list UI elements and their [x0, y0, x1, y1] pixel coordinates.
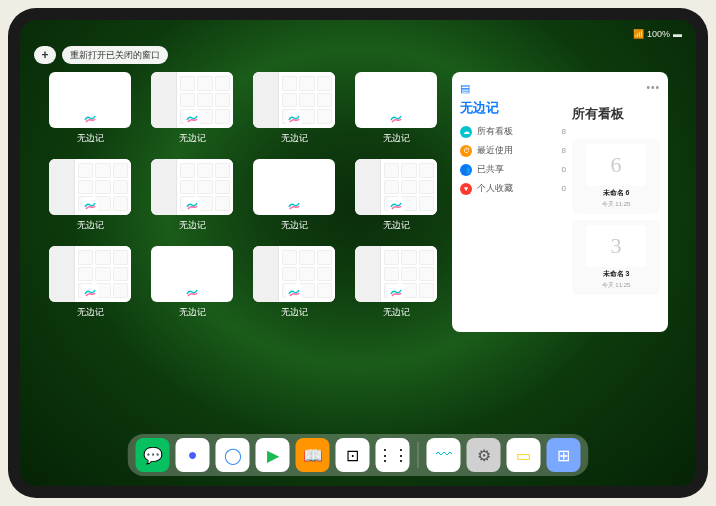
- window-thumb[interactable]: 无边记: [252, 72, 336, 145]
- more-icon[interactable]: •••: [646, 82, 660, 93]
- window-label: 无边记: [179, 219, 206, 232]
- window-thumb[interactable]: 无边记: [354, 159, 438, 232]
- dock-app-app6[interactable]: ⊡: [336, 438, 370, 472]
- window-label: 无边记: [281, 219, 308, 232]
- new-window-button[interactable]: +: [34, 46, 56, 64]
- dock-separator: [418, 442, 419, 468]
- category-icon: 👥: [460, 164, 472, 176]
- freeform-icon: [388, 284, 404, 300]
- dock-app-freeform[interactable]: 〰: [427, 438, 461, 472]
- window-thumb[interactable]: 无边记: [150, 72, 234, 145]
- window-grid: 无边记无边记无边记无边记无边记无边记无边记无边记无边记无边记无边记无边记: [48, 72, 438, 428]
- category-icon: ⏱: [460, 145, 472, 157]
- top-controls: + 重新打开已关闭的窗口: [34, 46, 168, 64]
- category-count: 0: [562, 184, 566, 193]
- dock-app-browser[interactable]: ◯: [216, 438, 250, 472]
- battery-icon: ▬: [673, 29, 682, 39]
- dock-app-recent[interactable]: ⊞: [547, 438, 581, 472]
- window-thumb[interactable]: 无边记: [48, 72, 132, 145]
- board-name: 未命名 3: [603, 269, 630, 279]
- dock-app-wechat[interactable]: 💬: [136, 438, 170, 472]
- window-label: 无边记: [281, 306, 308, 319]
- battery-text: 100%: [647, 29, 670, 39]
- window-label: 无边记: [383, 306, 410, 319]
- dock-app-books[interactable]: 📖: [296, 438, 330, 472]
- category-label: 最近使用: [477, 144, 557, 157]
- window-label: 无边记: [77, 219, 104, 232]
- freeform-icon: [82, 284, 98, 300]
- category-row[interactable]: ☁所有看板8: [460, 125, 566, 138]
- freeform-icon: [388, 110, 404, 126]
- category-count: 8: [562, 146, 566, 155]
- board-date: 今天 11:25: [602, 281, 631, 290]
- window-label: 无边记: [383, 132, 410, 145]
- dock-app-settings[interactable]: ⚙: [467, 438, 501, 472]
- category-count: 8: [562, 127, 566, 136]
- content-area: 无边记无边记无边记无边记无边记无边记无边记无边记无边记无边记无边记无边记 ▤ 无…: [48, 72, 668, 428]
- freeform-icon: [184, 284, 200, 300]
- freeform-icon: [286, 197, 302, 213]
- board-name: 未命名 6: [603, 188, 630, 198]
- board-sketch: 6: [586, 144, 646, 186]
- category-count: 0: [562, 165, 566, 174]
- dock-app-app7[interactable]: ⋮⋮: [376, 438, 410, 472]
- screen: 📶 100% ▬ + 重新打开已关闭的窗口 无边记无边记无边记无边记无边记无边记…: [20, 20, 696, 486]
- panel-right-title: 所有看板: [572, 105, 660, 123]
- status-right: 📶 100% ▬: [633, 29, 682, 39]
- board-sketch: 3: [586, 225, 646, 267]
- dock: 💬●◯▶📖⊡⋮⋮〰⚙▭⊞: [128, 434, 589, 476]
- board-card[interactable]: 3未命名 3今天 11:25: [572, 220, 660, 295]
- category-icon: ♥: [460, 183, 472, 195]
- category-list: ☁所有看板8⏱最近使用8👥已共享0♥个人收藏0: [460, 125, 566, 195]
- window-thumb[interactable]: 无边记: [354, 72, 438, 145]
- window-label: 无边记: [281, 132, 308, 145]
- window-label: 无边记: [383, 219, 410, 232]
- board-card[interactable]: 6未命名 6今天 11:25: [572, 139, 660, 214]
- side-panel: ▤ 无边记 ☁所有看板8⏱最近使用8👥已共享0♥个人收藏0 ••• 所有看板 6…: [452, 72, 668, 332]
- status-bar: 📶 100% ▬: [20, 26, 696, 42]
- panel-left-title: 无边记: [460, 99, 566, 117]
- panel-right: ••• 所有看板 6未命名 6今天 11:253未命名 3今天 11:25: [572, 82, 660, 322]
- window-thumb[interactable]: 无边记: [48, 159, 132, 232]
- boards-list: 6未命名 6今天 11:253未命名 3今天 11:25: [572, 139, 660, 295]
- category-row[interactable]: ♥个人收藏0: [460, 182, 566, 195]
- window-thumb[interactable]: 无边记: [252, 246, 336, 319]
- reopen-closed-window-button[interactable]: 重新打开已关闭的窗口: [62, 46, 168, 64]
- window-thumb[interactable]: 无边记: [48, 246, 132, 319]
- category-label: 已共享: [477, 163, 557, 176]
- freeform-icon: [82, 110, 98, 126]
- sidebar-icon[interactable]: ▤: [460, 82, 470, 95]
- board-date: 今天 11:25: [602, 200, 631, 209]
- category-label: 所有看板: [477, 125, 557, 138]
- freeform-icon: [184, 197, 200, 213]
- freeform-icon: [82, 197, 98, 213]
- dock-app-notes[interactable]: ▭: [507, 438, 541, 472]
- window-label: 无边记: [179, 132, 206, 145]
- category-row[interactable]: ⏱最近使用8: [460, 144, 566, 157]
- window-thumb[interactable]: 无边记: [150, 159, 234, 232]
- window-thumb[interactable]: 无边记: [354, 246, 438, 319]
- window-label: 无边记: [77, 306, 104, 319]
- panel-left: ▤ 无边记 ☁所有看板8⏱最近使用8👥已共享0♥个人收藏0: [460, 82, 566, 322]
- category-label: 个人收藏: [477, 182, 557, 195]
- ipad-frame: 📶 100% ▬ + 重新打开已关闭的窗口 无边记无边记无边记无边记无边记无边记…: [8, 8, 708, 498]
- dock-app-quark[interactable]: ●: [176, 438, 210, 472]
- signal-icon: 📶: [633, 29, 644, 39]
- freeform-icon: [184, 110, 200, 126]
- freeform-icon: [286, 110, 302, 126]
- dock-app-app4[interactable]: ▶: [256, 438, 290, 472]
- window-thumb[interactable]: 无边记: [252, 159, 336, 232]
- category-icon: ☁: [460, 126, 472, 138]
- freeform-icon: [286, 284, 302, 300]
- window-label: 无边记: [77, 132, 104, 145]
- window-label: 无边记: [179, 306, 206, 319]
- window-thumb[interactable]: 无边记: [150, 246, 234, 319]
- category-row[interactable]: 👥已共享0: [460, 163, 566, 176]
- freeform-icon: [388, 197, 404, 213]
